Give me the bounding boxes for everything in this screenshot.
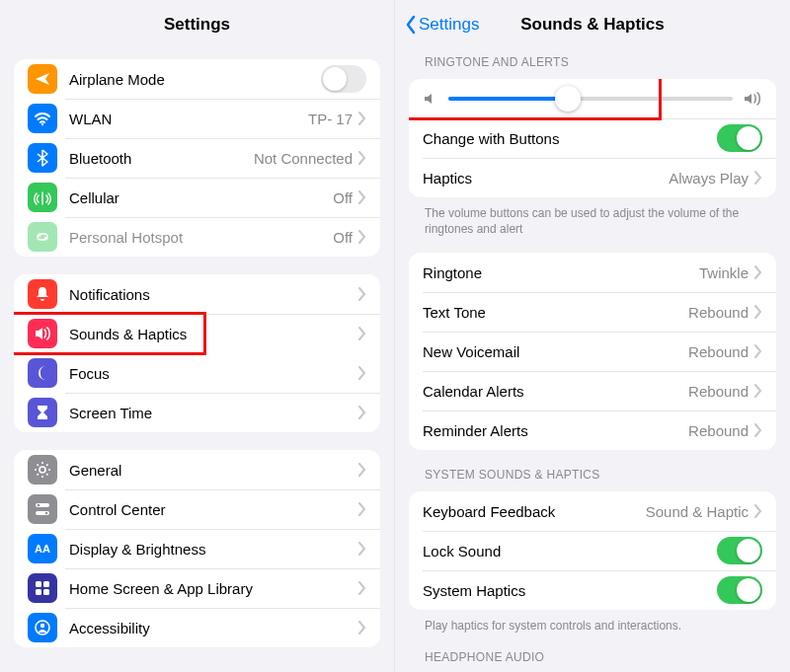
svg-rect-8 [43, 581, 49, 587]
change-with-buttons-toggle[interactable] [717, 124, 762, 152]
row-label: Display & Brightness [69, 541, 358, 558]
chevron-right-icon [754, 504, 762, 518]
system-section-header: SYSTEM SOUNDS & HAPTICS [425, 468, 760, 482]
calendar-row[interactable]: Calendar AlertsRebound [409, 371, 776, 411]
accessibility-row[interactable]: Accessibility [14, 608, 380, 647]
chevron-right-icon [358, 112, 366, 125]
hotspot-row[interactable]: Personal HotspotOff [14, 217, 380, 257]
texttone-row[interactable]: Text ToneRebound [409, 292, 776, 332]
bluetooth-icon [28, 143, 57, 173]
ringer-volume-slider-row[interactable] [409, 79, 776, 118]
svg-point-1 [40, 467, 45, 473]
display-row[interactable]: AADisplay & Brightness [14, 529, 380, 568]
row-label: Notifications [69, 286, 358, 303]
chevron-right-icon [358, 581, 366, 595]
row-label: New Voicemail [423, 343, 688, 360]
system-haptics-row[interactable]: System Haptics [409, 570, 776, 610]
sounds-row[interactable]: Sounds & Haptics [14, 314, 380, 353]
hourglass-icon [28, 398, 57, 427]
back-button[interactable]: Settings [405, 15, 479, 35]
general-group: GeneralControl CenterAADisplay & Brightn… [14, 450, 380, 647]
haptics-row[interactable]: Haptics Always Play [409, 158, 776, 197]
svg-point-12 [40, 624, 44, 628]
home-row[interactable]: Home Screen & App Library [14, 568, 380, 608]
row-label: Home Screen & App Library [69, 580, 358, 597]
airplane-toggle[interactable] [321, 65, 366, 93]
reminder-row[interactable]: Reminder AlertsRebound [409, 411, 776, 450]
chevron-right-icon [358, 366, 366, 380]
chevron-right-icon [754, 265, 762, 279]
notifications-group: NotificationsSounds & HapticsFocusScreen… [14, 274, 380, 432]
speaker-low-icon [423, 91, 438, 107]
ringtone-row[interactable]: RingtoneTwinkle [409, 253, 776, 292]
row-label: Change with Buttons [423, 130, 717, 147]
wlan-row[interactable]: WLANTP- 17 [14, 99, 380, 138]
chevron-right-icon [754, 344, 762, 358]
lock-sound-row[interactable]: Lock Sound [409, 531, 776, 570]
svg-point-0 [41, 123, 43, 125]
speaker-icon [28, 319, 57, 348]
connectivity-group: Airplane ModeWLANTP- 17BluetoothNot Conn… [14, 59, 380, 257]
chevron-right-icon [358, 542, 366, 556]
row-label: Control Center [69, 501, 358, 518]
general-row[interactable]: General [14, 450, 380, 489]
row-label: Focus [69, 365, 358, 382]
link-icon [28, 222, 57, 252]
row-value: Rebound [688, 383, 749, 400]
tones-group: RingtoneTwinkleText ToneReboundNew Voice… [409, 253, 776, 450]
switches-icon [28, 494, 57, 524]
keyboard-feedback-row[interactable]: Keyboard Feedback Sound & Haptic [409, 491, 776, 531]
notifications-row[interactable]: Notifications [14, 274, 380, 314]
system-footer: Play haptics for system controls and int… [425, 618, 760, 634]
screentime-row[interactable]: Screen Time [14, 393, 380, 432]
page-title: Sounds & Haptics [520, 15, 664, 35]
row-value: Sound & Haptic [646, 503, 749, 520]
row-label: Bluetooth [69, 150, 254, 167]
chevron-right-icon [358, 463, 366, 477]
controlcenter-row[interactable]: Control Center [14, 489, 380, 529]
svg-rect-9 [36, 589, 41, 595]
wifi-icon [28, 104, 57, 133]
chevron-right-icon [358, 151, 366, 165]
svg-point-4 [38, 504, 40, 507]
voicemail-row[interactable]: New VoicemailRebound [409, 332, 776, 371]
chevron-right-icon [754, 423, 762, 437]
chevron-right-icon [358, 621, 366, 635]
row-label: Reminder Alerts [423, 422, 688, 439]
slider-thumb[interactable] [555, 86, 581, 112]
row-label: Calendar Alerts [423, 383, 688, 400]
svg-text:AA: AA [35, 543, 50, 555]
chevron-right-icon [358, 327, 366, 340]
svg-point-5 [45, 512, 48, 515]
row-label: Airplane Mode [69, 71, 321, 88]
row-label: System Haptics [423, 582, 717, 599]
row-label: Screen Time [69, 405, 358, 421]
change-with-buttons-row[interactable]: Change with Buttons [409, 118, 776, 158]
row-value: Off [333, 189, 353, 206]
svg-rect-7 [36, 581, 41, 587]
ringtone-group: Change with Buttons Haptics Always Play [409, 79, 776, 197]
bluetooth-row[interactable]: BluetoothNot Connected [14, 138, 380, 178]
row-label: Keyboard Feedback [423, 503, 646, 520]
chevron-right-icon [358, 406, 366, 419]
svg-rect-10 [43, 589, 49, 595]
row-label: General [69, 462, 358, 479]
back-label: Settings [419, 15, 479, 35]
person-icon [28, 613, 57, 642]
moon-icon [28, 358, 57, 388]
page-title: Settings [164, 15, 230, 35]
headphone-section-header: HEADPHONE AUDIO [425, 650, 760, 664]
chevron-right-icon [358, 502, 366, 516]
chevron-right-icon [358, 190, 366, 204]
volume-slider[interactable] [448, 97, 733, 101]
grid-icon [28, 573, 57, 603]
focus-row[interactable]: Focus [14, 353, 380, 393]
cellular-row[interactable]: CellularOff [14, 178, 380, 217]
system-haptics-toggle[interactable] [717, 576, 762, 604]
airplane-row[interactable]: Airplane Mode [14, 59, 380, 99]
ringtone-section-header: RINGTONE AND ALERTS [425, 55, 760, 69]
row-value: Rebound [688, 422, 749, 439]
sounds-header: Settings Sounds & Haptics [395, 0, 790, 49]
lock-sound-toggle[interactable] [717, 537, 762, 564]
gear-icon [28, 455, 57, 485]
